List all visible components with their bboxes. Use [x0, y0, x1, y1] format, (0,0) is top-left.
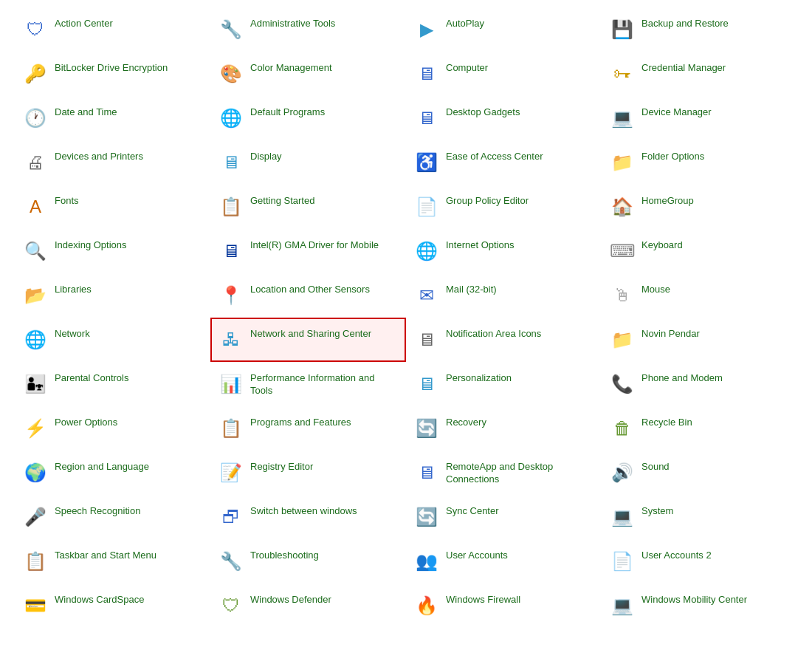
notification-icons-icon: 🖥	[413, 326, 440, 353]
item-user-accounts[interactable]: 👥User Accounts	[406, 539, 602, 584]
item-fonts[interactable]: AFonts	[15, 185, 210, 229]
item-parental-controls[interactable]: 👨‍👧Parental Controls	[15, 362, 210, 406]
action-center-label: Action Center	[55, 16, 113, 30]
performance-icon: 📊	[218, 371, 244, 397]
item-display[interactable]: 🖥Display	[210, 140, 406, 185]
troubleshooting-icon: 🔧	[218, 548, 244, 575]
power-options-icon: ⚡	[22, 415, 49, 442]
item-desktop-gadgets[interactable]: 🖥Desktop Gadgets	[406, 96, 602, 140]
bitlocker-icon: 🔑	[22, 61, 49, 87]
item-programs-features[interactable]: 📋Programs and Features	[210, 406, 406, 451]
item-speech-recognition[interactable]: 🎤Speech Recognition	[15, 495, 210, 539]
item-system[interactable]: 💻System	[602, 495, 797, 539]
item-power-options[interactable]: ⚡Power Options	[15, 406, 210, 451]
item-computer[interactable]: 🖥Computer	[406, 52, 602, 96]
windows-defender-icon: 🛡	[218, 592, 244, 619]
item-notification-icons[interactable]: 🖥Notification Area Icons	[406, 318, 602, 362]
item-phone-modem[interactable]: 📞Phone and Modem	[602, 362, 797, 406]
switch-windows-label: Switch between windows	[250, 504, 357, 518]
item-mouse[interactable]: 🖱Mouse	[602, 273, 797, 318]
item-mail[interactable]: ✉Mail (32-bit)	[406, 273, 602, 318]
item-date-time[interactable]: 🕐Date and Time	[15, 96, 210, 140]
power-options-label: Power Options	[55, 415, 117, 429]
control-panel-grid: 🛡Action Center🔧Administrative Tools▶Auto…	[15, 7, 797, 628]
item-remoteapp[interactable]: 🖥RemoteApp and Desktop Connections	[406, 451, 602, 495]
system-icon: 💻	[609, 504, 636, 530]
indexing-options-label: Indexing Options	[55, 238, 127, 252]
ease-of-access-label: Ease of Access Center	[446, 149, 543, 163]
default-programs-label: Default Programs	[250, 105, 325, 119]
personalization-icon: 🖥	[413, 371, 440, 397]
item-folder-options[interactable]: 📁Folder Options	[602, 140, 797, 185]
item-network-sharing[interactable]: 🖧Network and Sharing Center	[210, 318, 406, 362]
devices-printers-icon: 🖨	[22, 149, 49, 176]
item-default-programs[interactable]: 🌐Default Programs	[210, 96, 406, 140]
item-sound[interactable]: 🔊Sound	[602, 451, 797, 495]
item-action-center[interactable]: 🛡Action Center	[15, 7, 210, 52]
item-backup-restore[interactable]: 💾Backup and Restore	[602, 7, 797, 52]
item-personalization[interactable]: 🖥Personalization	[406, 362, 602, 406]
recycle-bin-label: Recycle Bin	[641, 415, 692, 429]
phone-modem-label: Phone and Modem	[641, 371, 723, 385]
item-bitlocker[interactable]: 🔑BitLocker Drive Encryption	[15, 52, 210, 96]
item-location-sensors[interactable]: 📍Location and Other Sensors	[210, 273, 406, 318]
mail-icon: ✉	[413, 282, 440, 309]
keyboard-label: Keyboard	[641, 238, 683, 252]
internet-options-icon: 🌐	[413, 238, 440, 264]
administrative-tools-label: Administrative Tools	[250, 16, 335, 30]
speech-recognition-icon: 🎤	[22, 504, 49, 530]
group-policy-icon: 📄	[413, 194, 440, 220]
windows-mobility-icon: 💻	[609, 592, 636, 619]
item-windows-firewall[interactable]: 🔥Windows Firewall	[406, 584, 602, 628]
location-sensors-icon: 📍	[218, 282, 244, 309]
folder-options-icon: 📁	[609, 149, 636, 176]
item-intel-gma[interactable]: 🖥Intel(R) GMA Driver for Mobile	[210, 229, 406, 273]
item-recycle-bin[interactable]: 🗑Recycle Bin	[602, 406, 797, 451]
registry-editor-icon: 📝	[218, 459, 244, 486]
item-administrative-tools[interactable]: 🔧Administrative Tools	[210, 7, 406, 52]
taskbar-start-label: Taskbar and Start Menu	[55, 548, 156, 562]
desktop-gadgets-icon: 🖥	[413, 105, 440, 131]
item-internet-options[interactable]: 🌐Internet Options	[406, 229, 602, 273]
item-switch-windows[interactable]: 🗗Switch between windows	[210, 495, 406, 539]
administrative-tools-icon: 🔧	[218, 16, 244, 43]
item-windows-defender[interactable]: 🛡Windows Defender	[210, 584, 406, 628]
item-homegroup[interactable]: 🏠HomeGroup	[602, 185, 797, 229]
item-region-language[interactable]: 🌍Region and Language	[15, 451, 210, 495]
item-recovery[interactable]: 🔄Recovery	[406, 406, 602, 451]
registry-editor-label: Registry Editor	[250, 459, 313, 473]
item-credential-manager[interactable]: 🗝Credential Manager	[602, 52, 797, 96]
item-network[interactable]: 🌐Network	[15, 318, 210, 362]
fonts-label: Fonts	[55, 194, 79, 208]
item-user-accounts-2[interactable]: 📄User Accounts 2	[602, 539, 797, 584]
item-libraries[interactable]: 📂Libraries	[15, 273, 210, 318]
internet-options-label: Internet Options	[446, 238, 515, 252]
item-windows-cardspace[interactable]: 💳Windows CardSpace	[15, 584, 210, 628]
item-windows-mobility[interactable]: 💻Windows Mobility Center	[602, 584, 797, 628]
item-getting-started[interactable]: 📋Getting Started	[210, 185, 406, 229]
item-color-management[interactable]: 🎨Color Management	[210, 52, 406, 96]
libraries-icon: 📂	[22, 282, 49, 309]
display-label: Display	[250, 149, 282, 163]
item-performance[interactable]: 📊Performance Information and Tools	[210, 362, 406, 406]
windows-cardspace-icon: 💳	[22, 592, 49, 619]
item-registry-editor[interactable]: 📝Registry Editor	[210, 451, 406, 495]
location-sensors-label: Location and Other Sensors	[250, 282, 370, 296]
recovery-icon: 🔄	[413, 415, 440, 442]
item-indexing-options[interactable]: 🔍Indexing Options	[15, 229, 210, 273]
getting-started-icon: 📋	[218, 194, 244, 220]
parental-controls-label: Parental Controls	[55, 371, 128, 385]
item-ease-of-access[interactable]: ♿Ease of Access Center	[406, 140, 602, 185]
item-troubleshooting[interactable]: 🔧Troubleshooting	[210, 539, 406, 584]
item-devices-printers[interactable]: 🖨Devices and Printers	[15, 140, 210, 185]
item-sync-center[interactable]: 🔄Sync Center	[406, 495, 602, 539]
item-novin-pendar[interactable]: 📁Novin Pendar	[602, 318, 797, 362]
item-device-manager[interactable]: 💻Device Manager	[602, 96, 797, 140]
item-keyboard[interactable]: ⌨Keyboard	[602, 229, 797, 273]
mouse-icon: 🖱	[609, 282, 636, 309]
item-taskbar-start[interactable]: 📋Taskbar and Start Menu	[15, 539, 210, 584]
autoplay-label: AutoPlay	[446, 16, 484, 30]
item-group-policy[interactable]: 📄Group Policy Editor	[406, 185, 602, 229]
item-autoplay[interactable]: ▶AutoPlay	[406, 7, 602, 52]
getting-started-label: Getting Started	[250, 194, 314, 208]
